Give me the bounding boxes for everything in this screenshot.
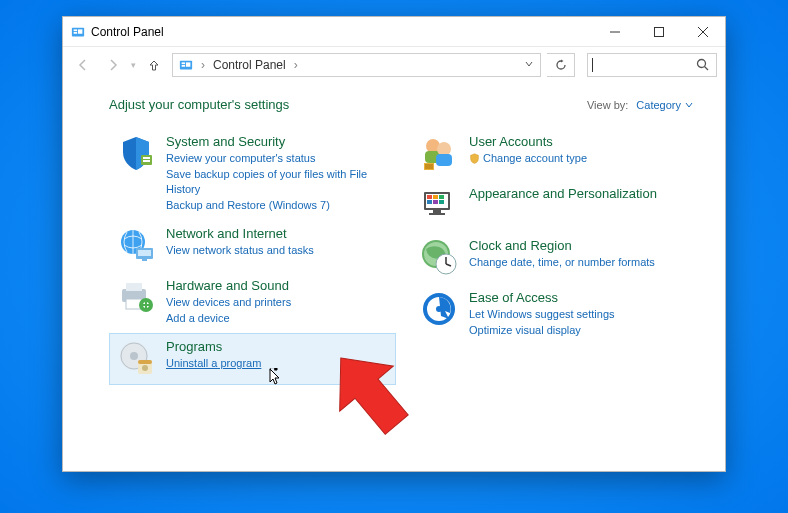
printer-icon <box>116 277 156 317</box>
svg-rect-27 <box>143 304 149 306</box>
svg-rect-44 <box>439 195 444 199</box>
clock-icon <box>419 237 459 277</box>
appearance-icon <box>419 185 459 225</box>
svg-rect-16 <box>143 160 150 162</box>
category-body: Clock and Region Change date, time, or n… <box>469 237 655 277</box>
svg-rect-37 <box>436 154 452 166</box>
category-title[interactable]: Hardware and Sound <box>166 277 291 294</box>
svg-rect-1 <box>74 29 78 31</box>
category-link[interactable]: View network status and tasks <box>166 243 314 258</box>
category-hardware-sound[interactable]: Hardware and Sound View devices and prin… <box>109 272 396 333</box>
svg-point-57 <box>436 306 442 312</box>
category-title[interactable]: System and Security <box>166 133 389 150</box>
category-title[interactable]: Programs <box>166 338 261 355</box>
shield-icon <box>116 133 156 173</box>
user-accounts-icon <box>419 133 459 173</box>
minimize-button[interactable] <box>593 17 637 46</box>
svg-rect-47 <box>439 200 444 204</box>
navigation-row: ▾ › Control Panel › <box>63 47 725 83</box>
titlebar: Control Panel <box>63 17 725 47</box>
svg-rect-2 <box>74 32 78 34</box>
close-button[interactable] <box>681 17 725 46</box>
content-area: Adjust your computer's settings View by:… <box>63 83 725 471</box>
window-title: Control Panel <box>91 25 164 39</box>
category-title[interactable]: Appearance and Personalization <box>469 185 657 202</box>
category-title[interactable]: Network and Internet <box>166 225 314 242</box>
nav-back-button[interactable] <box>71 53 95 77</box>
category-body: Network and Internet View network status… <box>166 225 314 265</box>
uninstall-program-link[interactable]: Uninstall a program <box>166 356 261 371</box>
breadcrumb-separator: › <box>199 58 207 72</box>
category-link[interactable]: Let Windows suggest settings <box>469 307 615 322</box>
category-ease-of-access[interactable]: Ease of Access Let Windows suggest setti… <box>412 284 699 345</box>
svg-point-12 <box>698 60 706 68</box>
view-by-dropdown[interactable]: Category <box>636 99 693 111</box>
view-by: View by: Category <box>587 99 693 111</box>
category-system-security[interactable]: System and Security Review your computer… <box>109 128 396 220</box>
svg-rect-11 <box>186 62 190 66</box>
heading-row: Adjust your computer's settings View by:… <box>109 97 699 112</box>
svg-rect-15 <box>143 157 150 159</box>
nav-forward-button[interactable] <box>101 53 125 77</box>
svg-rect-20 <box>142 259 147 261</box>
svg-rect-45 <box>427 200 432 204</box>
search-box[interactable] <box>587 53 717 77</box>
programs-icon <box>116 338 156 378</box>
svg-rect-39 <box>425 164 433 169</box>
category-body: Programs Uninstall a program <box>166 338 261 378</box>
category-body: Ease of Access Let Windows suggest setti… <box>469 289 615 338</box>
svg-rect-9 <box>182 62 186 64</box>
address-bar[interactable]: › Control Panel › <box>172 53 541 77</box>
svg-point-36 <box>437 142 451 156</box>
titlebar-left: Control Panel <box>71 25 164 39</box>
svg-rect-49 <box>429 213 445 215</box>
category-link[interactable]: Change date, time, or number formats <box>469 255 655 270</box>
category-link[interactable]: Change account type <box>469 151 587 166</box>
ease-of-access-icon <box>419 289 459 329</box>
svg-rect-46 <box>433 200 438 204</box>
category-body: User Accounts Change account type <box>469 133 587 173</box>
svg-rect-32 <box>138 360 152 364</box>
view-by-label: View by: <box>587 99 628 111</box>
search-input[interactable] <box>594 58 710 72</box>
category-link[interactable]: Review your computer's status <box>166 151 389 166</box>
svg-rect-48 <box>433 210 441 213</box>
category-body: System and Security Review your computer… <box>166 133 389 213</box>
category-body: Appearance and Personalization <box>469 185 657 225</box>
svg-rect-19 <box>138 250 151 256</box>
category-network-internet[interactable]: Network and Internet View network status… <box>109 220 396 272</box>
category-link[interactable]: View devices and printers <box>166 295 291 310</box>
category-clock-region[interactable]: Clock and Region Change date, time, or n… <box>412 232 699 284</box>
breadcrumb-separator: › <box>292 58 300 72</box>
svg-line-13 <box>705 67 709 71</box>
right-column: User Accounts Change account type Appear… <box>412 128 699 385</box>
category-link[interactable]: Save backup copies of your files with Fi… <box>166 167 389 197</box>
breadcrumb-control-panel[interactable]: Control Panel <box>213 58 286 72</box>
addressbar-dropdown-icon[interactable] <box>524 58 534 72</box>
category-title[interactable]: Ease of Access <box>469 289 615 306</box>
window-controls <box>593 17 725 46</box>
nav-recent-dropdown[interactable]: ▾ <box>131 60 136 70</box>
refresh-button[interactable] <box>547 53 575 77</box>
addressbar-control-panel-icon <box>179 58 193 72</box>
category-title[interactable]: User Accounts <box>469 133 587 150</box>
category-link-text: Change account type <box>483 152 587 164</box>
category-link[interactable]: Backup and Restore (Windows 7) <box>166 198 389 213</box>
page-heading: Adjust your computer's settings <box>109 97 289 112</box>
category-programs[interactable]: Programs Uninstall a program <box>109 333 396 385</box>
maximize-button[interactable] <box>637 17 681 46</box>
view-by-value: Category <box>636 99 681 111</box>
category-appearance-personalization[interactable]: Appearance and Personalization <box>412 180 699 232</box>
globe-icon <box>116 225 156 265</box>
svg-rect-43 <box>433 195 438 199</box>
category-title[interactable]: Clock and Region <box>469 237 655 254</box>
search-icon <box>696 58 710 75</box>
svg-point-30 <box>130 352 138 360</box>
category-link[interactable]: Optimize visual display <box>469 323 615 338</box>
control-panel-window: Control Panel ▾ <box>62 16 726 472</box>
nav-up-button[interactable] <box>142 53 166 77</box>
category-user-accounts[interactable]: User Accounts Change account type <box>412 128 699 180</box>
category-link[interactable]: Add a device <box>166 311 291 326</box>
svg-rect-3 <box>78 29 82 33</box>
svg-rect-22 <box>126 283 142 291</box>
